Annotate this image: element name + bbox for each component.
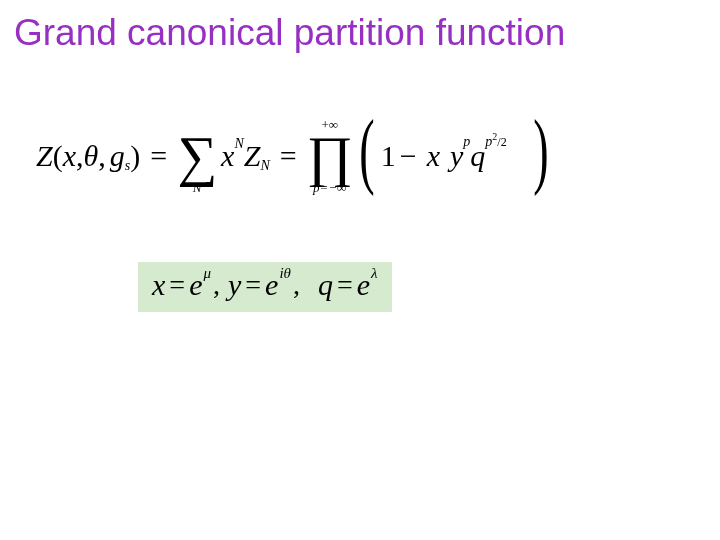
sym-x: x	[427, 139, 440, 173]
equation-definitions: x = e μ , y = e iθ , q = e λ	[138, 262, 392, 312]
pi-icon: ∏	[307, 131, 353, 181]
sym-e: e	[265, 268, 278, 302]
sup-lambda: λ	[370, 265, 378, 282]
comma: ,	[291, 269, 308, 301]
equals: =	[241, 269, 265, 301]
sup-two: 2	[501, 135, 507, 149]
comma: ,	[98, 139, 106, 173]
equals: =	[150, 139, 167, 173]
sym-y: y	[228, 268, 241, 302]
sym-q: q	[470, 139, 485, 173]
sym-x: x	[221, 139, 234, 173]
sum-operator: ∑ N	[177, 118, 217, 194]
one: 1	[381, 139, 396, 173]
sub-s: s	[125, 158, 130, 174]
equals: =	[280, 139, 297, 173]
sup-squared: 2	[492, 131, 497, 142]
comma: ,	[211, 269, 228, 301]
sub-N: N	[260, 158, 269, 174]
sym-x: x	[63, 139, 76, 173]
prod-lower: p=−∞	[313, 181, 346, 194]
product-operator: +∞ ∏ p=−∞	[307, 118, 353, 194]
sym-y: y	[450, 139, 463, 173]
sym-Z: Z	[36, 139, 53, 173]
sup-itheta: iθ	[278, 265, 291, 282]
sigma-icon: ∑	[177, 131, 217, 181]
sym-Z: Z	[244, 139, 261, 173]
sym-q: q	[318, 268, 333, 302]
sym-theta: θ	[84, 139, 99, 173]
sym-e: e	[189, 268, 202, 302]
sup-mu: μ	[202, 265, 211, 282]
sup-p2over2: p2/2	[485, 134, 506, 150]
sum-lower: N	[193, 181, 202, 194]
sym-g: g	[110, 139, 125, 173]
comma: ,	[76, 139, 84, 173]
equals: =	[333, 269, 357, 301]
sup-p: p	[463, 134, 470, 150]
sup-N: N	[234, 136, 243, 152]
minus: −	[400, 139, 417, 173]
sym-e: e	[357, 268, 370, 302]
rparen: )	[130, 139, 140, 173]
slide: Grand canonical partition function Z ( x…	[0, 0, 720, 540]
equation-partition-function: Z ( x , θ , g s ) = ∑ N x N Z N =	[36, 118, 555, 194]
slide-title: Grand canonical partition function	[14, 12, 702, 54]
equals: =	[165, 269, 189, 301]
lparen: (	[53, 139, 63, 173]
sym-x: x	[152, 268, 165, 302]
